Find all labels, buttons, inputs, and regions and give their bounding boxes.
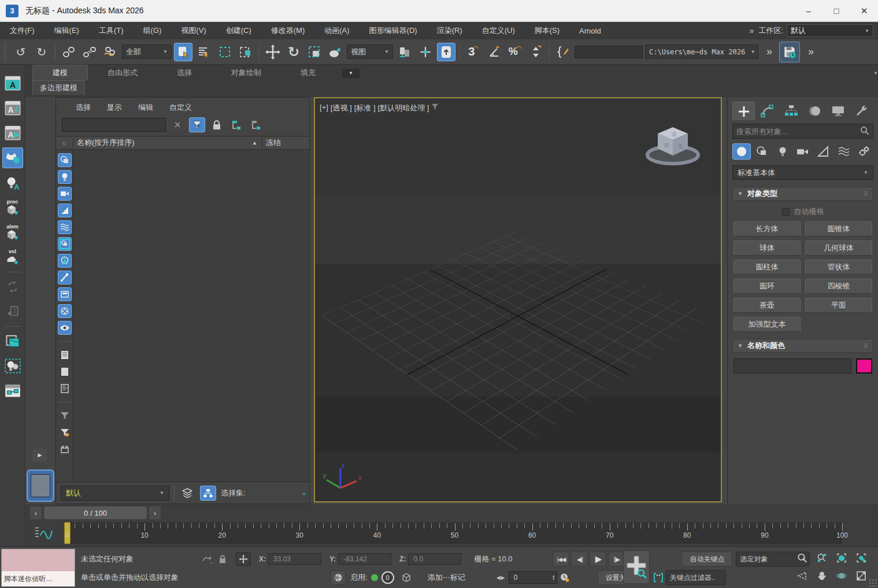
mini-curve-editor-icon[interactable] bbox=[34, 525, 54, 542]
selection-lock-icon[interactable] bbox=[215, 552, 230, 566]
primitive-button[interactable]: 管状体 bbox=[805, 260, 872, 275]
maximize-button[interactable]: □ bbox=[823, 0, 850, 21]
time-configuration-icon[interactable] bbox=[557, 571, 572, 585]
viewport-general-menu[interactable]: [+] bbox=[320, 103, 328, 113]
project-folder-dropdown[interactable]: C:\Users\me⋯ds Max 2026 ▼ bbox=[645, 45, 758, 59]
name-color-rollout[interactable]: ▼ 名称和颜色 ⠿ bbox=[732, 339, 873, 353]
ribbon-tab[interactable]: 建模 bbox=[32, 65, 88, 80]
toggle-shapes-icon[interactable] bbox=[58, 287, 72, 301]
lights-category-icon[interactable] bbox=[773, 143, 792, 160]
key-filters-button[interactable]: 关键点过滤器.. bbox=[666, 570, 726, 585]
viewport-filter-icon[interactable] bbox=[431, 103, 439, 113]
display-tab[interactable] bbox=[827, 102, 850, 120]
menu-item[interactable]: 视图(V) bbox=[171, 22, 216, 39]
primitive-button[interactable]: 圆锥体 bbox=[805, 221, 872, 236]
close-button[interactable]: ✕ bbox=[850, 0, 878, 21]
select-scale-icon[interactable] bbox=[305, 43, 324, 61]
toggle-helpers-icon[interactable] bbox=[58, 204, 72, 217]
motion-tab[interactable] bbox=[803, 102, 826, 120]
window-crossing-icon[interactable] bbox=[236, 43, 255, 61]
selection-preview-icon[interactable] bbox=[399, 571, 414, 585]
ribbon-options-icon[interactable]: ▼ bbox=[873, 71, 878, 76]
menu-item[interactable]: 自定义(U) bbox=[472, 22, 525, 39]
listener-macro-pane[interactable] bbox=[2, 549, 75, 571]
use-pivot-center-icon[interactable] bbox=[395, 43, 414, 61]
geometry-category-icon[interactable] bbox=[732, 143, 751, 160]
select-manipulate-icon[interactable] bbox=[416, 43, 435, 61]
menu-item[interactable]: 渲染(R) bbox=[427, 22, 472, 39]
menu-item[interactable]: 编辑(E) bbox=[45, 22, 89, 39]
search-icon[interactable] bbox=[860, 126, 869, 137]
zoom-extents-all-icon[interactable] bbox=[852, 550, 870, 566]
auto-key-button[interactable]: 自动关键点 bbox=[681, 552, 732, 567]
key-step-icon[interactable]: ◀▶ bbox=[494, 571, 509, 585]
hierarchy-tab[interactable] bbox=[780, 102, 802, 120]
helpers-category-icon[interactable] bbox=[814, 143, 832, 160]
object-search-input[interactable] bbox=[736, 127, 860, 136]
menu-item[interactable]: Arnold bbox=[569, 22, 611, 39]
redo-icon[interactable]: ↻ bbox=[32, 43, 51, 61]
filter-settings-icon[interactable] bbox=[58, 426, 72, 439]
spacewarps-category-icon[interactable] bbox=[834, 143, 853, 160]
lights-group-icon[interactable] bbox=[2, 356, 23, 376]
angle-snap-icon[interactable] bbox=[485, 43, 503, 61]
isolate-count-button[interactable]: 0 bbox=[381, 571, 394, 584]
go-to-start-button[interactable]: |◀◀ bbox=[553, 552, 569, 567]
menu-item[interactable]: 组(G) bbox=[134, 22, 172, 39]
workspace-dropdown[interactable]: 默认 ▼ bbox=[787, 24, 873, 37]
primitive-button[interactable]: 圆柱体 bbox=[733, 260, 801, 275]
utilities-tab[interactable] bbox=[851, 102, 873, 120]
absolute-mode-icon[interactable] bbox=[236, 552, 251, 566]
reference-coordsys-dropdown[interactable]: 视图 ▼ bbox=[347, 45, 393, 59]
light-lister-icon[interactable]: A bbox=[2, 172, 23, 193]
toggle-lights-icon[interactable] bbox=[58, 170, 72, 184]
scene-object-list[interactable] bbox=[73, 150, 309, 482]
snap-toggle-3d-icon[interactable]: 3◠ bbox=[464, 43, 483, 61]
spinner-snap-icon[interactable] bbox=[527, 43, 545, 61]
selection-lock-flyout-icon[interactable] bbox=[200, 552, 215, 566]
menu-overflow-icon[interactable]: » bbox=[750, 26, 753, 35]
list-view-icon[interactable] bbox=[58, 348, 72, 362]
pan-icon[interactable] bbox=[813, 568, 831, 584]
primitive-button[interactable]: 加强型文本 bbox=[733, 317, 801, 332]
orbit-icon[interactable] bbox=[832, 568, 850, 584]
menu-item[interactable]: 工具(T) bbox=[89, 22, 134, 39]
primitive-button[interactable]: 茶壶 bbox=[733, 298, 801, 313]
name-column-header[interactable]: 名称(按升序排序) ▲ bbox=[73, 138, 262, 148]
window-resize-grip[interactable] bbox=[869, 579, 877, 587]
select-object-icon[interactable] bbox=[174, 43, 192, 61]
undo-icon[interactable]: ↺ bbox=[12, 43, 30, 61]
primitive-button[interactable]: 长方体 bbox=[733, 221, 801, 236]
lock-icon[interactable] bbox=[209, 117, 225, 132]
key-mode-toggle-icon[interactable] bbox=[651, 571, 666, 585]
select-move-icon[interactable] bbox=[264, 43, 282, 61]
explorer-search-input[interactable] bbox=[62, 118, 166, 132]
menu-item[interactable]: 图形编辑器(D) bbox=[360, 22, 427, 39]
cameras-category-icon[interactable] bbox=[794, 143, 812, 160]
explorer-overflow-icon[interactable]: » bbox=[302, 490, 305, 497]
menu-item[interactable]: 脚本(S) bbox=[525, 22, 569, 39]
proxy-folder-icon[interactable] bbox=[2, 331, 23, 352]
toolbar-grip[interactable] bbox=[3, 42, 7, 62]
toolbar-overflow-icon[interactable]: » bbox=[766, 46, 771, 58]
toolbar-overflow2-icon[interactable]: » bbox=[808, 46, 813, 58]
primitive-button[interactable]: 几何球体 bbox=[805, 241, 872, 256]
menu-item[interactable]: 创建(C) bbox=[216, 22, 261, 39]
previous-frame-button[interactable]: ◀|| bbox=[571, 552, 588, 567]
object-type-rollout[interactable]: ▼ 对象类型 ⠿ bbox=[732, 187, 873, 201]
update-legacy-icon[interactable] bbox=[2, 301, 23, 322]
x-coordinate-field[interactable]: 33.03 bbox=[268, 553, 321, 565]
zoom-all-icon[interactable] bbox=[813, 550, 831, 566]
zoom-extents-icon[interactable] bbox=[832, 550, 850, 566]
window-a-flash-icon[interactable]: A bbox=[2, 98, 23, 119]
toggle-cameras-icon[interactable] bbox=[58, 187, 72, 201]
primitive-button[interactable]: 球体 bbox=[733, 241, 801, 256]
ribbon-tab[interactable]: 选择 bbox=[157, 65, 212, 80]
explorer-menu-item[interactable]: 编辑 bbox=[131, 101, 160, 114]
systems-category-icon[interactable] bbox=[855, 143, 873, 160]
primitive-button[interactable]: 圆环 bbox=[733, 279, 801, 294]
ribbon-tab[interactable]: 填充 bbox=[281, 65, 335, 80]
hierarchy-mode-icon[interactable] bbox=[200, 486, 216, 501]
mini-script-listener[interactable]: 脚本迷你侦听… bbox=[1, 549, 75, 587]
polygon-modeling-panel-tab[interactable]: 多边形建模 bbox=[32, 80, 85, 95]
